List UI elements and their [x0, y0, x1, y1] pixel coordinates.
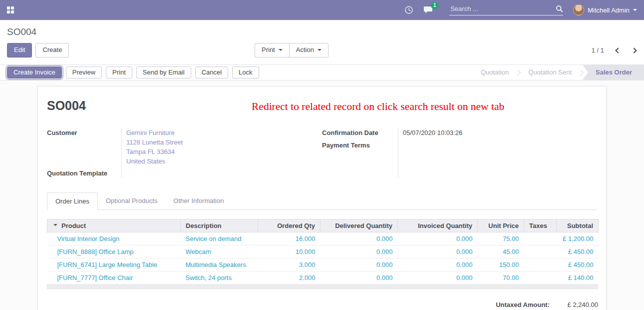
col-delivered-quantity: Delivered Quantity: [321, 220, 398, 232]
send-by-email-button[interactable]: Send by Email: [136, 66, 191, 79]
confirmation-date-label: Confirmation Date: [322, 128, 394, 138]
cell-taxes[interactable]: [524, 232, 557, 246]
notebook-tabs: Order Lines Optional Products Other Info…: [47, 192, 597, 210]
breadcrumb: SO004: [7, 26, 637, 38]
cell-invoiced-qty[interactable]: 0.000: [398, 258, 478, 272]
cell-description[interactable]: Webcam: [181, 246, 258, 258]
quotation-template-label: Quotation Template: [47, 168, 117, 178]
apps-square: [11, 10, 14, 14]
control-panel: SO004 Edit Create Print Action 1 / 1: [0, 20, 644, 64]
apps-square: [11, 6, 14, 10]
cell-delivered-qty[interactable]: 0.000: [321, 272, 398, 284]
action-menu-label: Action: [296, 46, 314, 54]
cell-subtotal[interactable]: £ 1,200.00: [557, 232, 599, 246]
tab-other-information[interactable]: Other Information: [165, 192, 232, 210]
cell-taxes[interactable]: [524, 272, 557, 284]
preview-button[interactable]: Preview: [66, 66, 102, 79]
cell-product[interactable]: Virtual Interior Design: [47, 232, 181, 246]
pager: 1 / 1: [592, 46, 636, 54]
payment-terms-label: Payment Terms: [322, 140, 394, 150]
cell-taxes[interactable]: [524, 246, 557, 258]
table-row[interactable]: [FURN_6741] Large Meeting Table Multimed…: [47, 258, 599, 272]
step-quotation[interactable]: Quotation: [472, 65, 517, 80]
annotation-text: Redirect to related record on click sear…: [252, 100, 504, 113]
cell-product[interactable]: [FURN_6741] Large Meeting Table: [47, 258, 181, 272]
create-button[interactable]: Create: [35, 43, 69, 58]
apps-square: [7, 6, 10, 10]
cell-subtotal[interactable]: £ 450.00: [557, 246, 599, 258]
messages-icon[interactable]: 1: [423, 6, 433, 14]
cell-ordered-qty[interactable]: 3.000: [258, 258, 321, 272]
apps-menu-icon[interactable]: [7, 6, 14, 14]
sheet: SO004 Redirect to related record on clic…: [37, 86, 607, 310]
cell-delivered-qty[interactable]: 0.000: [321, 232, 398, 246]
cell-description[interactable]: Service on demand: [181, 232, 258, 246]
table-header-row: Product Description Ordered Qty Delivere…: [47, 220, 599, 232]
user-menu[interactable]: Mitchell Admin: [573, 4, 637, 16]
create-invoice-button[interactable]: Create Invoice: [7, 66, 62, 79]
pager-next-icon[interactable]: [631, 48, 637, 53]
left-labels: Customer Quotation Template: [47, 128, 122, 178]
cancel-button[interactable]: Cancel: [195, 66, 228, 79]
top-navbar: 1 Mitchell Admin: [0, 0, 644, 20]
cell-subtotal[interactable]: £ 140.00: [557, 272, 599, 284]
cell-unit-price[interactable]: 75.00: [478, 232, 524, 246]
chevron-down-icon: [279, 49, 283, 53]
lock-button[interactable]: Lock: [232, 66, 259, 79]
cell-invoiced-qty[interactable]: 0.000: [398, 232, 478, 246]
order-lines-table: Product Description Ordered Qty Delivere…: [47, 219, 599, 284]
right-labels: Confirmation Date Payment Terms: [322, 128, 398, 178]
table-row[interactable]: Virtual Interior Design Service on deman…: [47, 232, 599, 246]
notification-badge: 1: [431, 2, 438, 9]
totals-row: Untaxed Amount: £ 2,240.00: [47, 301, 598, 308]
col-product: Product: [61, 222, 86, 230]
cell-description[interactable]: Switch, 24 ports: [181, 272, 258, 284]
search-input[interactable]: [449, 4, 556, 13]
statusbar: Create Invoice Preview Print Send by Ema…: [0, 64, 644, 80]
pager-previous-icon[interactable]: [615, 48, 621, 53]
customer-city: Tampa FL 33634: [126, 147, 183, 156]
table-footer-strip: [47, 284, 598, 289]
table-row[interactable]: [FURN_7777] Office Chair Switch, 24 port…: [47, 272, 599, 284]
action-menu-button[interactable]: Action: [289, 43, 328, 58]
cell-product[interactable]: [FURN_8888] Office Lamp: [47, 246, 181, 258]
confirmation-date-value: 05/07/2020 10:03:26: [403, 128, 462, 138]
tab-order-lines[interactable]: Order Lines: [47, 192, 98, 210]
activities-clock-icon[interactable]: [404, 6, 413, 14]
untaxed-amount-label: Untaxed Amount:: [496, 301, 550, 308]
cell-unit-price[interactable]: 45.00: [478, 246, 524, 258]
chevron-down-icon: [633, 9, 637, 13]
status-pipeline: Quotation Quotation Sent Sales Order: [472, 65, 644, 80]
cell-taxes[interactable]: [524, 258, 557, 272]
cell-delivered-qty[interactable]: 0.000: [321, 246, 398, 258]
cell-ordered-qty[interactable]: 16.000: [258, 232, 321, 246]
column-options-icon[interactable]: [53, 224, 57, 228]
col-unit-price: Unit Price: [478, 220, 524, 232]
edit-button[interactable]: Edit: [7, 43, 32, 58]
customer-street: 1128 Lunetta Street: [126, 138, 183, 147]
cell-ordered-qty[interactable]: 10.000: [258, 246, 321, 258]
cell-unit-price[interactable]: 150.00: [478, 258, 524, 272]
search-icon[interactable]: [556, 5, 563, 12]
cell-invoiced-qty[interactable]: 0.000: [398, 246, 478, 258]
cell-invoiced-qty[interactable]: 0.000: [398, 272, 478, 284]
cell-ordered-qty[interactable]: 2.000: [258, 272, 321, 284]
cell-subtotal[interactable]: £ 450.00: [557, 258, 599, 272]
col-description: Description: [181, 220, 258, 232]
customer-label: Customer: [47, 128, 117, 138]
print-menu-button[interactable]: Print: [255, 43, 290, 58]
search-bar[interactable]: [449, 4, 563, 16]
step-quotation-sent[interactable]: Quotation Sent: [520, 65, 580, 80]
tab-optional-products[interactable]: Optional Products: [98, 192, 165, 210]
print-button[interactable]: Print: [106, 66, 132, 79]
col-ordered-qty: Ordered Qty: [258, 220, 321, 232]
customer-name-link[interactable]: Gemini Furniture: [126, 128, 183, 138]
cell-description[interactable]: Multimedia Speakers: [181, 258, 258, 272]
table-row[interactable]: [FURN_8888] Office Lamp Webcam 10.000 0.…: [47, 246, 599, 258]
col-subtotal: Subtotal: [557, 220, 599, 232]
col-invoiced-quantity: Invoiced Quantity: [398, 220, 478, 232]
cell-delivered-qty[interactable]: 0.000: [321, 258, 398, 272]
step-sales-order[interactable]: Sales Order: [583, 65, 644, 80]
cell-product[interactable]: [FURN_7777] Office Chair: [47, 272, 181, 284]
cell-unit-price[interactable]: 70.00: [478, 272, 524, 284]
